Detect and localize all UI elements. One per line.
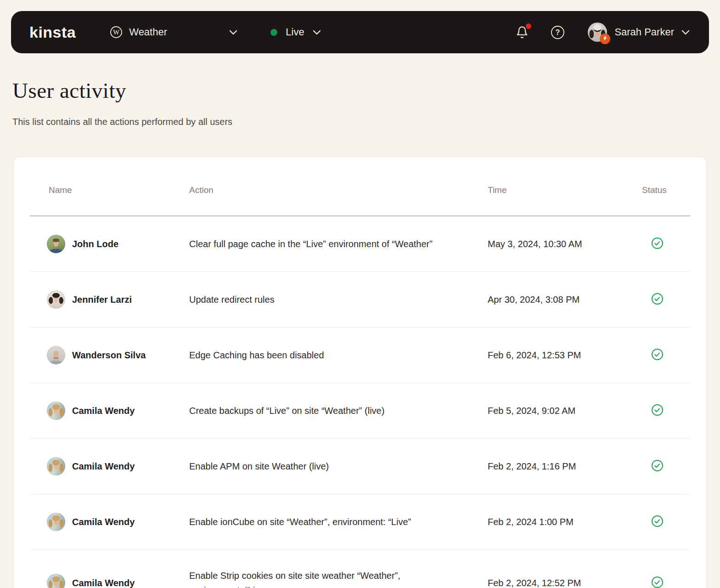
question-circle-icon: ? — [551, 25, 565, 40]
action-text: Edge Caching has been disabled — [189, 348, 437, 362]
user-name: Wanderson Silva — [72, 350, 146, 361]
table-row: Jennifer Larzi Update redirect rules Apr… — [30, 272, 690, 328]
avatar — [47, 574, 65, 588]
user-name: Sarah Parker — [614, 26, 674, 38]
page-subtitle: This list contains all the actions perfo… — [12, 117, 232, 127]
column-header-action: Action — [189, 185, 488, 195]
user-name: John Lode — [72, 239, 118, 249]
svg-text:?: ? — [556, 28, 560, 36]
avatar — [47, 513, 65, 531]
table-row: Camila Wendy Enable Strip cookies on sit… — [30, 550, 690, 588]
action-text: Enable ionCube on site “Weather”, enviro… — [189, 514, 437, 529]
lightning-bolt-badge — [600, 34, 610, 44]
check-circle-icon — [651, 292, 664, 305]
live-status-dot — [270, 29, 277, 36]
site-selector-dropdown[interactable]: W Weather — [110, 26, 237, 39]
user-name: Camila Wendy — [72, 406, 135, 416]
chevron-down-icon — [313, 30, 321, 35]
avatar — [47, 290, 65, 309]
table-header-row: Name Action Time Status — [30, 157, 690, 216]
table-row: Camila Wendy Enable APM on site Weather … — [30, 439, 690, 494]
page-title: User activity — [12, 78, 126, 103]
avatar — [47, 401, 65, 420]
action-text: Update redirect rules — [189, 292, 437, 307]
lightning-bolt-icon — [602, 36, 608, 42]
action-text: Enable APM on site Weather (live) — [189, 459, 437, 474]
avatar — [47, 235, 65, 253]
unread-notification-dot — [526, 23, 531, 29]
time-text: May 3, 2024, 10:30 AM — [488, 239, 642, 249]
time-text: Feb 6, 2024, 12:53 PM — [488, 350, 642, 361]
check-circle-icon — [651, 403, 664, 417]
chevron-down-icon — [681, 30, 690, 35]
top-navbar: kinsta W Weather Live — [11, 11, 709, 53]
environment-label: Live — [286, 26, 304, 38]
chevron-down-icon — [229, 30, 237, 35]
user-name: Jennifer Larzi — [72, 294, 132, 305]
check-circle-icon — [651, 514, 664, 528]
table-row: John Lode Clear full page cache in the “… — [30, 216, 690, 272]
check-circle-icon — [651, 348, 664, 361]
notifications-button[interactable] — [516, 25, 529, 39]
action-text: Clear full page cache in the “Live” envi… — [189, 237, 437, 251]
user-name: Camila Wendy — [72, 461, 135, 472]
check-circle-icon — [651, 576, 664, 588]
check-circle-icon — [651, 237, 664, 250]
time-text: Feb 2, 2024 1:00 PM — [488, 517, 642, 527]
time-text: Feb 5, 2024, 9:02 AM — [488, 406, 642, 416]
help-button[interactable]: ? — [551, 25, 565, 40]
user-activity-card: Name Action Time Status John Lode Clear … — [13, 156, 707, 588]
action-text: Create backups of “Live” on site “Weathe… — [189, 403, 437, 418]
avatar — [47, 457, 65, 475]
table-row: Camila Wendy Enable ionCube on site “Wea… — [30, 494, 690, 550]
action-text: Enable Strip cookies on site site weathe… — [189, 568, 437, 588]
svg-text:W: W — [113, 28, 120, 36]
wordpress-icon: W — [110, 26, 123, 39]
column-header-status: Status — [642, 185, 690, 195]
table-row: Wanderson Silva Edge Caching has been di… — [30, 328, 690, 383]
user-name: Camila Wendy — [72, 517, 135, 527]
user-menu[interactable]: Sarah Parker — [588, 23, 690, 42]
time-text: Apr 30, 2024, 3:08 PM — [488, 294, 642, 305]
time-text: Feb 2, 2024, 1:16 PM — [488, 461, 642, 472]
avatar — [47, 346, 65, 364]
check-circle-icon — [651, 459, 664, 472]
time-text: Feb 2, 2024, 12:52 PM — [488, 578, 642, 588]
site-selector-label: Weather — [129, 26, 167, 38]
table-row: Camila Wendy Create backups of “Live” on… — [30, 383, 690, 439]
kinsta-logo[interactable]: kinsta — [29, 23, 76, 41]
environment-selector-dropdown[interactable]: Live — [270, 26, 321, 38]
column-header-name: Name — [30, 185, 189, 195]
user-name: Camila Wendy — [72, 578, 135, 588]
column-header-time: Time — [488, 185, 642, 195]
